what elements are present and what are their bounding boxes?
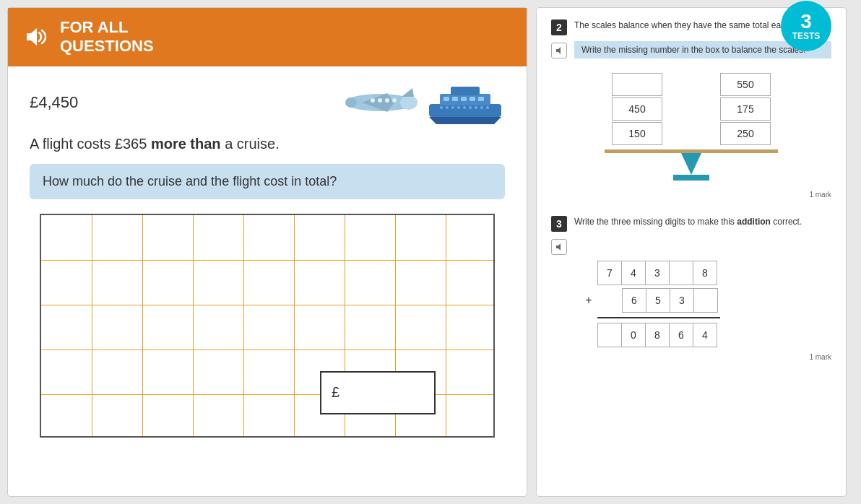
question-3-block: 3 Write the three missing digits to make… bbox=[551, 216, 831, 361]
addition-grid: 7 4 3 8 + 6 5 3 0 8 bbox=[580, 261, 831, 347]
svg-rect-15 bbox=[452, 97, 458, 101]
q3-description: Write the three missing digits to make t… bbox=[574, 216, 802, 228]
q3-number: 3 bbox=[551, 216, 567, 232]
svg-point-22 bbox=[457, 106, 460, 109]
add-cell-r1c4[interactable] bbox=[669, 261, 693, 285]
svg-marker-11 bbox=[429, 117, 501, 124]
scale-box-left-mid: 450 bbox=[612, 97, 662, 121]
add-cell-r3c4: 6 bbox=[669, 323, 693, 347]
svg-point-20 bbox=[446, 106, 449, 109]
add-cell-r2c2: 5 bbox=[646, 288, 670, 313]
q2-description: The scales balance when they have the sa… bbox=[574, 19, 811, 32]
scale-box-right-bot: 250 bbox=[720, 122, 771, 145]
plus-sign: + bbox=[580, 294, 597, 307]
tests-badge: 3 TESTS bbox=[781, 1, 831, 51]
left-panel: FOR ALL QUESTIONS £4,450 bbox=[7, 7, 527, 497]
scales-pivot bbox=[681, 153, 701, 175]
svg-point-8 bbox=[385, 98, 389, 103]
svg-point-6 bbox=[371, 98, 375, 103]
svg-rect-14 bbox=[444, 97, 449, 101]
answer-grid: £ bbox=[40, 214, 495, 438]
add-row-1: 7 4 3 8 bbox=[580, 261, 831, 285]
q3-mark: 1 mark bbox=[551, 353, 831, 361]
scale-box-right-mid: 175 bbox=[720, 97, 771, 121]
question-text: A flight costs £365 more than a cruise. bbox=[30, 136, 505, 152]
question-2-block: 2 The scales balance when they have the … bbox=[551, 19, 831, 199]
add-cell-r3c1[interactable] bbox=[597, 323, 622, 347]
content-area: £4,450 bbox=[8, 66, 527, 452]
add-cell-r1c1: 7 bbox=[597, 261, 622, 285]
svg-point-27 bbox=[486, 106, 489, 109]
price-row: £4,450 bbox=[30, 81, 505, 124]
svg-point-19 bbox=[440, 106, 443, 109]
svg-marker-5 bbox=[402, 88, 414, 97]
scales-base bbox=[673, 175, 709, 181]
answer-box[interactable]: £ bbox=[320, 371, 436, 414]
price-text: £4,450 bbox=[30, 93, 78, 112]
svg-rect-10 bbox=[429, 104, 501, 117]
scale-box-left-top bbox=[612, 73, 662, 96]
ship-icon bbox=[425, 81, 505, 124]
q3-audio-button[interactable] bbox=[551, 239, 567, 255]
add-cell-r2c4[interactable] bbox=[693, 288, 718, 313]
svg-point-21 bbox=[451, 106, 454, 109]
header-title: FOR ALL QUESTIONS bbox=[60, 18, 154, 56]
q2-mark: 1 mark bbox=[551, 191, 831, 199]
add-row-3: 0 8 6 4 bbox=[580, 323, 831, 347]
svg-point-2 bbox=[345, 97, 357, 108]
add-row-2: + 6 5 3 bbox=[580, 288, 831, 313]
add-cell-r1c5: 8 bbox=[693, 261, 717, 285]
speaker-icon[interactable] bbox=[22, 22, 51, 51]
airplane-icon bbox=[340, 82, 420, 122]
svg-point-25 bbox=[475, 106, 477, 109]
header-bar: FOR ALL QUESTIONS bbox=[8, 8, 527, 66]
q2-number: 2 bbox=[551, 19, 567, 35]
question-box: How much do the cruise and the flight co… bbox=[30, 164, 505, 199]
add-line bbox=[597, 317, 720, 318]
add-cell-r1c3: 3 bbox=[645, 261, 670, 285]
add-cell-r3c5: 4 bbox=[693, 323, 717, 347]
q2-audio-button[interactable] bbox=[551, 43, 567, 58]
add-cell-r3c3: 8 bbox=[645, 323, 670, 347]
add-cell-r2c1: 6 bbox=[622, 288, 646, 313]
svg-rect-17 bbox=[470, 97, 475, 101]
svg-point-26 bbox=[480, 106, 483, 109]
scale-box-left-bot: 150 bbox=[612, 122, 662, 145]
svg-point-23 bbox=[463, 106, 466, 109]
svg-point-1 bbox=[400, 95, 417, 110]
add-cell-r2c3: 3 bbox=[670, 288, 694, 313]
add-cell-r3c2: 0 bbox=[621, 323, 646, 347]
q3-header: 3 Write the three missing digits to make… bbox=[551, 216, 831, 232]
svg-point-9 bbox=[392, 98, 397, 103]
svg-rect-18 bbox=[478, 97, 484, 101]
right-panel: 3 TESTS 2 The scales balance when they h… bbox=[536, 7, 847, 497]
scale-box-right-top: 550 bbox=[720, 73, 771, 96]
add-cell-r1c2: 4 bbox=[621, 261, 646, 285]
svg-rect-16 bbox=[461, 97, 467, 101]
svg-rect-13 bbox=[451, 87, 480, 95]
svg-point-7 bbox=[378, 98, 382, 103]
svg-point-24 bbox=[469, 106, 472, 109]
airplane-ship bbox=[340, 81, 505, 124]
